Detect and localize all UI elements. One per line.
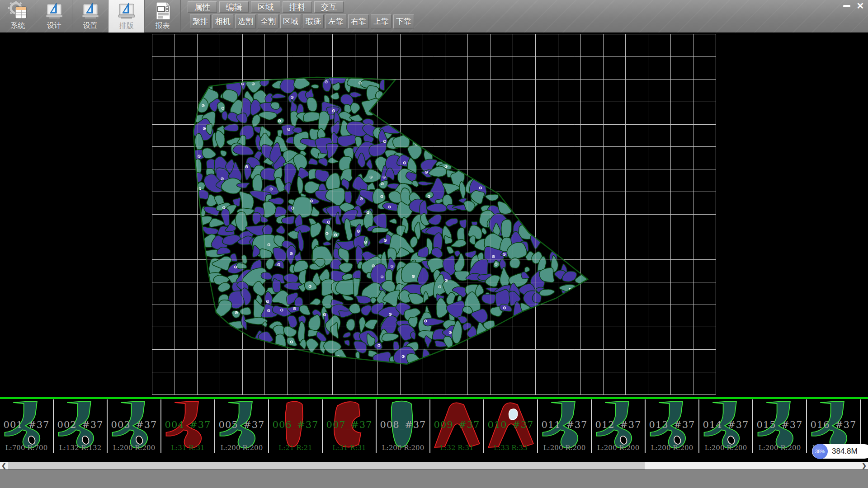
piece-thumbnail-007_#37[interactable]: 007_#37L:31 R:31 xyxy=(323,399,377,453)
piece-shape-boot-hole xyxy=(699,399,752,451)
minimize-icon xyxy=(843,5,850,7)
piece-thumbnail-004_#37[interactable]: 004_#37L:31 R:31 xyxy=(161,399,215,453)
main-button-label: 设置 xyxy=(83,21,98,30)
menu-area: 属性编辑区域排料交互 聚排相机选割全割区域瑕疵左靠右靠上靠下靠 xyxy=(188,0,414,28)
piece-thumbnail-002_#37[interactable]: 002_#37L:132 R:132 xyxy=(54,399,108,453)
piece-thumbnail-006_#37[interactable]: 006_#37L:21 R:21 xyxy=(269,399,323,453)
close-button[interactable]: ✕ xyxy=(854,0,867,11)
piece-shape-boot xyxy=(215,399,268,451)
piece-thumbnail-014_#37[interactable]: 014_#37L:200 R:200 xyxy=(699,399,753,453)
design-icon xyxy=(44,1,64,20)
tool-cluster-nest[interactable]: 聚排 xyxy=(190,14,211,28)
main-button-system[interactable]: 系统 xyxy=(0,0,36,33)
main-button-label: 设计 xyxy=(47,21,61,30)
piece-shape-boot xyxy=(753,399,806,451)
strip-top-line xyxy=(0,397,868,399)
tool-align-bottom[interactable]: 下靠 xyxy=(393,14,414,28)
piece-shape-boot-hole xyxy=(54,399,107,451)
piece-shape-boot xyxy=(161,399,214,451)
main-button-report[interactable]: 报表 xyxy=(145,0,181,33)
main-button-label: 系统 xyxy=(11,21,25,30)
tool-align-top[interactable]: 上靠 xyxy=(371,14,392,28)
piece-thumbnail-011_#37[interactable]: 011_#37L:200 R:200 xyxy=(538,399,592,453)
scroll-left-arrow-icon[interactable]: ❮ xyxy=(0,462,8,469)
nesting-workspace xyxy=(0,33,868,397)
piece-thumbnail-008_#37[interactable]: 008_#37L:200 R:200 xyxy=(377,399,430,453)
tool-camera[interactable]: 相机 xyxy=(212,14,233,28)
nesting-app-window: 系统设计设置排版报表 属性编辑区域排料交互 聚排相机选割全割区域瑕疵左靠右靠上靠… xyxy=(0,0,868,488)
tool-align-left[interactable]: 左靠 xyxy=(326,14,346,28)
menu-nesting[interactable]: 排料 xyxy=(283,1,312,13)
piece-shape-a-shape xyxy=(430,399,483,451)
menu-row-top: 属性编辑区域排料交互 xyxy=(188,1,414,13)
layout-icon xyxy=(117,1,137,20)
piece-shape-blob xyxy=(269,399,322,451)
scrollbar-thumb[interactable] xyxy=(8,462,645,469)
piece-shape-boot-hole xyxy=(108,399,160,451)
window-controls: ✕ xyxy=(840,0,867,11)
piece-thumbnail-015_#37[interactable]: 015_#37L:200 R:200 xyxy=(753,399,807,453)
memory-status-pill: 38% 384.8M xyxy=(812,444,868,459)
main-button-bar: 系统设计设置排版报表 xyxy=(0,0,181,33)
minimize-button[interactable] xyxy=(840,0,854,11)
memory-usage-text: 384.8M xyxy=(832,447,858,456)
menu-edit[interactable]: 编辑 xyxy=(219,1,249,13)
piece-shape-boot xyxy=(538,399,591,451)
piece-thumbnail-010_#37[interactable]: 010_#37L:33 R:33 xyxy=(484,399,538,453)
main-button-design[interactable]: 设计 xyxy=(36,0,72,33)
piece-shape-a-shape-hole xyxy=(484,399,537,451)
piece-shape-boot-hole xyxy=(0,399,53,451)
piece-shape-boot xyxy=(807,399,860,451)
piece-thumbnail-003_#37[interactable]: 003_#37L:200 R:200 xyxy=(108,399,161,453)
piece-thumbnail-strip: 001_#37L:700 R:700002_#37L:132 R:132003_… xyxy=(0,397,868,462)
nesting-canvas[interactable] xyxy=(0,33,868,397)
menu-region[interactable]: 区域 xyxy=(251,1,280,13)
piece-thumbnail-012_#37[interactable]: 012_#37L:200 R:200 xyxy=(592,399,646,453)
tool-cut-all[interactable]: 全割 xyxy=(258,14,278,28)
main-button-settings[interactable]: 设置 xyxy=(72,0,108,33)
piece-shape-boot-hole xyxy=(646,399,698,451)
piece-shape-tall-blob xyxy=(377,399,429,451)
main-toolbar: 系统设计设置排版报表 属性编辑区域排料交互 聚排相机选割全割区域瑕疵左靠右靠上靠… xyxy=(0,0,868,33)
scroll-right-arrow-icon[interactable]: ❯ xyxy=(860,462,868,469)
tool-defect[interactable]: 瑕疵 xyxy=(303,14,324,28)
settings-icon xyxy=(80,1,100,20)
tool-region[interactable]: 区域 xyxy=(280,14,301,28)
piece-thumbnail-list: 001_#37L:700 R:700002_#37L:132 R:132003_… xyxy=(0,399,868,453)
piece-thumbnail-001_#37[interactable]: 001_#37L:700 R:700 xyxy=(0,399,54,453)
window-footer xyxy=(0,469,868,488)
memory-percent-badge: 38% xyxy=(812,444,828,459)
main-button-label: 报表 xyxy=(156,21,170,30)
menu-interact[interactable]: 交互 xyxy=(314,1,344,13)
piece-shape-c-shape xyxy=(323,399,376,451)
menu-properties[interactable]: 属性 xyxy=(188,1,217,13)
main-button-layout[interactable]: 排版 xyxy=(108,0,145,33)
horizontal-scrollbar[interactable]: ❮ ❯ xyxy=(0,462,868,469)
piece-thumbnail-005_#37[interactable]: 005_#37L:200 R:200 xyxy=(215,399,269,453)
main-button-label: 排版 xyxy=(119,21,134,30)
gear-icon xyxy=(8,1,28,20)
piece-shape-boot-hole xyxy=(592,399,645,451)
tool-select-cut[interactable]: 选割 xyxy=(235,14,256,28)
tool-align-right[interactable]: 右靠 xyxy=(348,14,369,28)
report-icon xyxy=(153,1,173,20)
piece-thumbnail-009_#37[interactable]: 009_#37L:32 R:31 xyxy=(430,399,484,453)
menu-row-sub: 聚排相机选割全割区域瑕疵左靠右靠上靠下靠 xyxy=(190,14,414,28)
piece-thumbnail-013_#37[interactable]: 013_#37L:200 R:200 xyxy=(646,399,699,453)
